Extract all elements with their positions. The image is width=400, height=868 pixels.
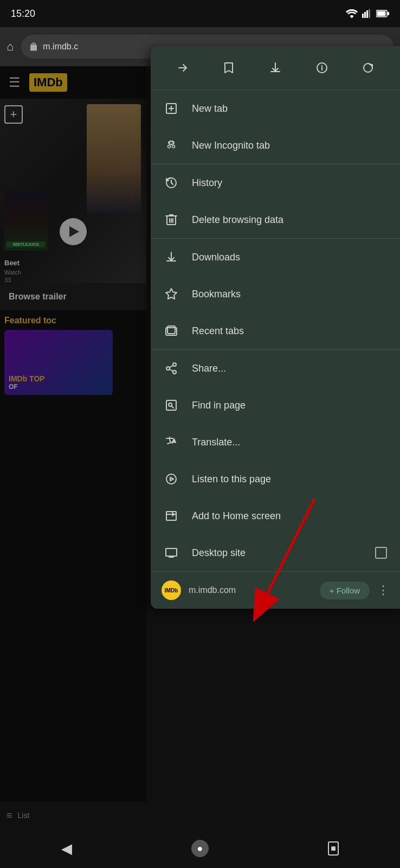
browser-home-icon[interactable]: ⌂ <box>7 40 14 54</box>
recent-tabs-item[interactable]: Recent tabs <box>151 312 400 349</box>
bookmarks-item[interactable]: Bookmarks <box>151 276 400 312</box>
svg-point-22 <box>166 367 170 370</box>
status-time: 15:20 <box>11 8 35 20</box>
svg-rect-5 <box>388 12 389 15</box>
listen-to-page-item[interactable]: Listen to this page <box>151 461 400 497</box>
new-incognito-label: New Incognito tab <box>192 140 387 151</box>
svg-point-23 <box>173 371 176 374</box>
status-icons <box>346 9 389 18</box>
home-button[interactable]: ● <box>184 832 216 865</box>
add-to-home-item[interactable]: Add to Home screen <box>151 497 400 534</box>
desktop-icon <box>164 546 179 559</box>
history-label: History <box>192 177 387 189</box>
share-item[interactable]: Share... <box>151 350 400 387</box>
svg-marker-29 <box>170 477 173 481</box>
svg-rect-0 <box>362 14 364 18</box>
share-label: Share... <box>192 363 387 374</box>
find-icon <box>164 399 179 412</box>
translate-label: Translate... <box>192 437 387 448</box>
follow-bar: IMDb m.imdb.com + Follow ⋮ <box>151 571 400 609</box>
svg-rect-3 <box>369 9 370 18</box>
bookmarks-label: Bookmarks <box>192 289 387 300</box>
desktop-site-item[interactable]: Desktop site <box>151 534 400 571</box>
menu-toolbar <box>151 46 400 90</box>
listen-to-page-label: Listen to this page <box>192 474 387 485</box>
svg-rect-31 <box>166 548 177 556</box>
svg-point-28 <box>166 474 176 484</box>
recent-tabs-icon <box>164 324 179 337</box>
battery-icon <box>376 10 389 17</box>
wifi-icon <box>346 9 358 18</box>
follow-site-icon-text: IMDb <box>165 588 178 593</box>
delete-browsing-data-item[interactable]: Delete browsing data <box>151 201 400 238</box>
back-button[interactable]: ◀ <box>50 832 83 865</box>
bookmarks-icon <box>164 288 179 301</box>
download-button[interactable] <box>263 56 287 80</box>
context-menu: New tab New Incognito tab History Delete… <box>151 46 400 609</box>
follow-url: m.imdb.com <box>189 585 312 595</box>
add-home-icon <box>164 509 179 522</box>
svg-rect-2 <box>366 10 368 18</box>
follow-more-icon[interactable]: ⋮ <box>377 583 389 597</box>
history-icon <box>164 176 179 189</box>
recent-apps-button[interactable]: ■ <box>317 832 350 865</box>
find-in-page-label: Find in page <box>192 400 387 411</box>
recent-tabs-label: Recent tabs <box>192 326 387 337</box>
svg-line-24 <box>170 369 173 372</box>
follow-site-icon: IMDb <box>162 580 181 600</box>
nav-bar: ◀ ● ■ <box>0 829 400 868</box>
recent-apps-icon: ■ <box>328 841 339 856</box>
translate-icon <box>164 436 179 449</box>
listen-icon <box>164 473 179 486</box>
new-tab-item[interactable]: New tab <box>151 90 400 127</box>
find-in-page-item[interactable]: Find in page <box>151 387 400 424</box>
refresh-button[interactable] <box>356 56 380 80</box>
svg-rect-6 <box>377 11 386 16</box>
svg-point-21 <box>173 363 176 366</box>
bookmark-button[interactable] <box>217 56 241 80</box>
desktop-site-label: Desktop site <box>192 547 362 559</box>
svg-point-12 <box>172 145 175 148</box>
svg-line-25 <box>170 366 173 368</box>
new-incognito-tab-item[interactable]: New Incognito tab <box>151 127 400 164</box>
translate-item[interactable]: Translate... <box>151 424 400 461</box>
incognito-icon <box>164 139 179 152</box>
downloads-label: Downloads <box>192 252 387 263</box>
delete-browsing-label: Delete browsing data <box>192 214 387 226</box>
back-icon: ◀ <box>61 840 72 857</box>
svg-point-27 <box>169 403 172 406</box>
new-tab-label: New tab <box>192 103 387 114</box>
site-security-icon <box>29 42 38 52</box>
signal-icon <box>362 9 372 18</box>
delete-icon <box>164 213 179 226</box>
add-to-home-label: Add to Home screen <box>192 510 387 522</box>
svg-rect-1 <box>364 12 366 18</box>
downloads-icon <box>164 251 179 264</box>
follow-button[interactable]: + Follow <box>320 582 370 599</box>
downloads-item[interactable]: Downloads <box>151 239 400 276</box>
share-icon <box>164 362 179 375</box>
url-text: m.imdb.c <box>43 42 78 52</box>
status-bar: 15:20 <box>0 0 400 27</box>
svg-rect-30 <box>166 512 176 520</box>
svg-marker-18 <box>166 289 177 299</box>
info-button[interactable] <box>310 56 334 80</box>
home-icon: ● <box>191 840 209 857</box>
forward-button[interactable] <box>171 56 195 80</box>
follow-button-label: + Follow <box>330 586 360 595</box>
history-item[interactable]: History <box>151 164 400 201</box>
new-tab-icon <box>164 102 179 115</box>
desktop-site-checkbox[interactable] <box>375 547 387 559</box>
svg-point-11 <box>168 145 171 148</box>
